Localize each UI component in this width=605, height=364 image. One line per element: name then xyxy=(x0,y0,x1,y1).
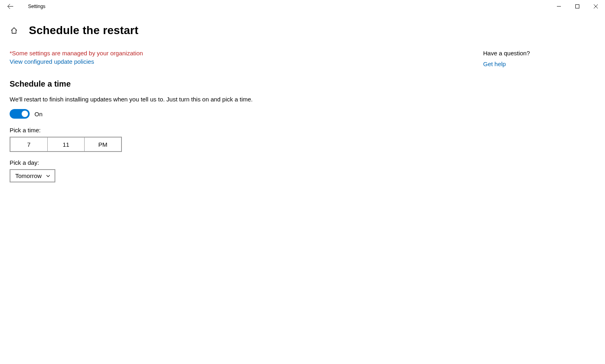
home-icon xyxy=(10,26,18,34)
close-button[interactable] xyxy=(587,0,605,13)
toggle-state-label: On xyxy=(34,111,42,117)
day-label: Pick a day: xyxy=(10,159,411,166)
organization-notice: *Some settings are managed by your organ… xyxy=(10,50,411,57)
minimize-button[interactable] xyxy=(550,0,568,13)
svg-rect-0 xyxy=(576,5,579,8)
close-icon xyxy=(594,4,598,8)
aside-heading: Have a question? xyxy=(483,50,579,57)
time-picker[interactable]: 7 11 PM xyxy=(10,137,122,152)
app-name: Settings xyxy=(28,4,45,9)
section-description: We'll restart to finish installing updat… xyxy=(10,96,411,103)
aside: Have a question? Get help xyxy=(483,50,595,182)
home-button[interactable] xyxy=(10,26,18,35)
schedule-toggle[interactable] xyxy=(10,109,30,119)
maximize-button[interactable] xyxy=(568,0,587,13)
day-picker[interactable]: Tomorrow xyxy=(10,169,55,182)
back-button[interactable] xyxy=(6,2,14,10)
page-header: Schedule the restart xyxy=(0,13,605,43)
minimize-icon xyxy=(557,4,561,8)
arrow-left-icon xyxy=(7,3,14,10)
window-controls xyxy=(550,0,605,13)
page-title: Schedule the restart xyxy=(29,24,138,37)
time-hour[interactable]: 7 xyxy=(10,138,47,151)
titlebar: Settings xyxy=(0,0,605,13)
time-label: Pick a time: xyxy=(10,127,411,133)
view-policies-link[interactable]: View configured update policies xyxy=(10,58,411,65)
chevron-down-icon xyxy=(46,174,51,178)
time-minute[interactable]: 11 xyxy=(47,138,84,151)
time-ampm[interactable]: PM xyxy=(84,138,121,151)
maximize-icon xyxy=(575,4,579,8)
toggle-row: On xyxy=(10,109,411,119)
get-help-link[interactable]: Get help xyxy=(483,61,579,67)
day-value: Tomorrow xyxy=(15,172,42,179)
section-title: Schedule a time xyxy=(10,79,411,89)
main-content: *Some settings are managed by your organ… xyxy=(10,50,411,182)
toggle-knob xyxy=(22,111,28,117)
